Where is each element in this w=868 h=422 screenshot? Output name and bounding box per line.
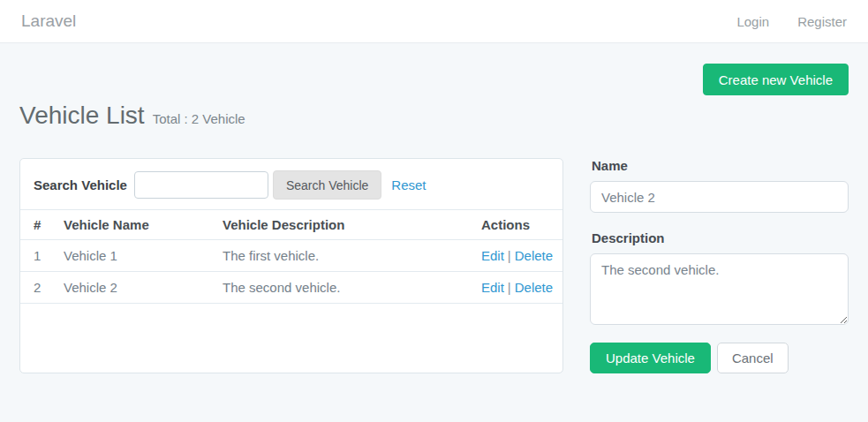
page-heading: Vehicle List Total : 2 Vehicle bbox=[19, 102, 849, 130]
edit-vehicle-form: Name Description The second vehicle. Upd… bbox=[590, 158, 849, 373]
column-header-description: Vehicle Description bbox=[215, 210, 474, 240]
name-label: Name bbox=[592, 158, 849, 173]
description-field[interactable]: The second vehicle. bbox=[590, 253, 849, 325]
form-buttons: Update Vehicle Cancel bbox=[590, 343, 849, 373]
search-form: Search Vehicle Search Vehicle Reset bbox=[20, 159, 562, 209]
name-field[interactable] bbox=[590, 181, 849, 213]
search-label: Search Vehicle bbox=[34, 177, 127, 192]
table-header-row: # Vehicle Name Vehicle Description Actio… bbox=[20, 210, 562, 240]
navbar: Laravel Login Register bbox=[0, 0, 868, 43]
delete-link[interactable]: Delete bbox=[515, 280, 553, 295]
search-button[interactable]: Search Vehicle bbox=[273, 170, 381, 200]
actions-cell: Edit|Delete bbox=[474, 240, 562, 272]
cancel-button[interactable]: Cancel bbox=[717, 343, 789, 373]
reset-link[interactable]: Reset bbox=[391, 177, 426, 192]
brand-laravel[interactable]: Laravel bbox=[21, 11, 76, 31]
content-row: Search Vehicle Search Vehicle Reset # Ve… bbox=[19, 158, 849, 373]
row-number: 2 bbox=[20, 272, 57, 304]
table-row: 1 Vehicle 1 The first vehicle. Edit|Dele… bbox=[20, 240, 562, 272]
search-input[interactable] bbox=[134, 171, 268, 199]
edit-link[interactable]: Edit bbox=[481, 280, 504, 295]
row-number: 1 bbox=[20, 240, 57, 272]
panel-footer-spacer bbox=[20, 304, 562, 328]
edit-link[interactable]: Edit bbox=[481, 248, 504, 263]
description-label: Description bbox=[592, 230, 849, 245]
vehicle-description-cell: The second vehicle. bbox=[215, 272, 474, 304]
vehicle-name-cell: Vehicle 2 bbox=[57, 272, 215, 304]
navbar-links: Login Register bbox=[736, 14, 847, 29]
vehicle-name-cell: Vehicle 1 bbox=[57, 240, 215, 272]
update-vehicle-button[interactable]: Update Vehicle bbox=[590, 343, 711, 373]
nav-link-register[interactable]: Register bbox=[797, 14, 847, 29]
column-header-name: Vehicle Name bbox=[57, 210, 215, 240]
vehicle-description-cell: The first vehicle. bbox=[215, 240, 474, 272]
link-separator: | bbox=[508, 280, 511, 295]
table-row: 2 Vehicle 2 The second vehicle. Edit|Del… bbox=[20, 272, 562, 304]
link-separator: | bbox=[508, 248, 511, 263]
total-count-label: Total : 2 Vehicle bbox=[153, 111, 245, 126]
create-new-vehicle-button[interactable]: Create new Vehicle bbox=[703, 64, 849, 95]
actions-cell: Edit|Delete bbox=[474, 272, 562, 304]
page-container: Create new Vehicle Vehicle List Total : … bbox=[0, 64, 868, 373]
vehicle-list-panel: Search Vehicle Search Vehicle Reset # Ve… bbox=[19, 158, 563, 373]
column-header-number: # bbox=[20, 210, 57, 240]
page-title: Vehicle List bbox=[19, 102, 145, 130]
column-header-actions: Actions bbox=[474, 210, 562, 240]
vehicle-table: # Vehicle Name Vehicle Description Actio… bbox=[20, 209, 562, 304]
delete-link[interactable]: Delete bbox=[515, 248, 553, 263]
top-actions: Create new Vehicle bbox=[19, 64, 849, 95]
nav-link-login[interactable]: Login bbox=[736, 14, 769, 29]
